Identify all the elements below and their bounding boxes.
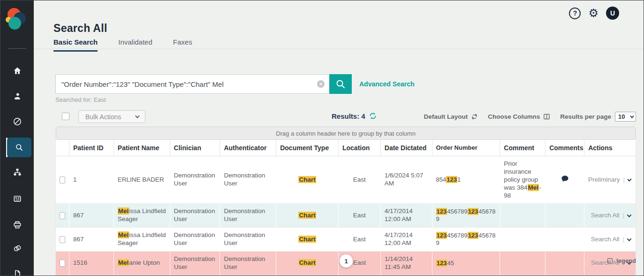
cell-location: East: [338, 204, 380, 227]
cell-patient-id: 1516: [69, 252, 114, 275]
results-toolbar: Bulk Actions Results: 4 Default Layout C…: [34, 109, 644, 123]
page-1-button[interactable]: 1: [340, 254, 353, 268]
cell-comment: [500, 228, 546, 251]
tab-basic-search[interactable]: Basic Search: [53, 38, 98, 52]
row-checkbox[interactable]: [60, 260, 65, 267]
chevron-down-icon: [135, 114, 140, 118]
column-header-authenticator[interactable]: Authenticator: [220, 140, 276, 156]
results-count: Results: 4: [332, 112, 365, 120]
cell-actions: Search All|: [584, 204, 636, 227]
choose-columns-button[interactable]: Choose Columns: [488, 113, 551, 121]
sidebar-item-search[interactable]: [7, 138, 31, 157]
fax-icon: [13, 194, 22, 203]
sidebar-item-patients[interactable]: [0, 86, 34, 106]
search-icon: [15, 143, 24, 152]
search-input[interactable]: [55, 74, 329, 94]
app-window: ? ⚙ U Search All Basic Search Invalidate…: [0, 0, 644, 276]
group-drop-zone[interactable]: Drag a column header here to group by th…: [56, 127, 636, 140]
logo-teal-circle: [8, 17, 21, 30]
chevron-down-icon: [630, 114, 634, 118]
sidebar-item-links[interactable]: [0, 238, 34, 258]
row-action-chevron-icon[interactable]: [627, 177, 631, 181]
tab-bar: Basic Search Invalidated Faxes: [53, 38, 192, 52]
help-icon[interactable]: ?: [569, 8, 581, 19]
column-header-clinician[interactable]: Clinician: [170, 140, 220, 156]
cell-location: East: [338, 156, 380, 203]
row-action-button[interactable]: Preliminary: [588, 176, 620, 184]
cell-authenticator: Demonstration User: [220, 228, 276, 251]
cell-comments: [545, 252, 584, 275]
app-logo[interactable]: [0, 6, 34, 39]
column-header-comment[interactable]: Comment: [500, 140, 545, 156]
cell-location: East: [338, 228, 380, 251]
action-separator: |: [623, 236, 624, 243]
search-button[interactable]: [329, 74, 352, 94]
row-action-chevron-icon[interactable]: [627, 213, 632, 217]
column-header-order-number[interactable]: Order Number: [432, 140, 500, 156]
default-layout-icon: [470, 113, 478, 121]
info-icon: [606, 257, 614, 264]
document-icon: [13, 269, 22, 276]
page-title: Search All: [53, 22, 107, 35]
column-header-document-type[interactable]: Document Type: [276, 140, 338, 156]
legend-button[interactable]: legend: [606, 257, 636, 264]
topbar-actions: ? ⚙ U: [569, 7, 619, 20]
results-table: Drag a column header here to group by th…: [55, 126, 636, 276]
patients-icon: [13, 92, 22, 101]
row-checkbox[interactable]: [60, 176, 65, 184]
cell-authenticator: Demonstration User: [220, 252, 276, 275]
cell-actions: Search All|: [584, 228, 636, 251]
column-header-comments[interactable]: Comments: [545, 140, 584, 156]
row-action-button[interactable]: Search All: [591, 212, 620, 220]
default-layout-button[interactable]: Default Layout: [424, 113, 478, 121]
header-divider: [34, 49, 644, 49]
row-action-chevron-icon[interactable]: [627, 237, 632, 241]
action-separator: |: [623, 212, 624, 219]
sidebar-item-sitemap[interactable]: [0, 162, 34, 182]
column-header-location[interactable]: Location: [338, 140, 380, 156]
cell-actions: Preliminary|: [584, 156, 636, 203]
column-header-patient-name[interactable]: Patient Name: [114, 140, 170, 156]
bulk-actions-dropdown[interactable]: Bulk Actions: [78, 110, 145, 123]
cell-comment: Prior insurance policy group was 384Mel-…: [500, 156, 545, 203]
action-separator: |: [623, 176, 625, 184]
comment-bubble-icon[interactable]: [561, 175, 569, 185]
sidebar-item-documents[interactable]: [0, 264, 34, 276]
sidebar-item-compose[interactable]: [0, 112, 34, 131]
sidebar-item-print[interactable]: [0, 215, 34, 235]
user-avatar[interactable]: U: [606, 7, 619, 20]
tab-faxes[interactable]: Faxes: [173, 38, 192, 52]
cell-comment: [500, 204, 546, 227]
row-action-button[interactable]: Search All: [591, 236, 620, 244]
row-checkbox[interactable]: [60, 236, 65, 243]
cell-authenticator: Demonstration User: [220, 156, 276, 203]
main-content: Search All Basic Search Invalidated Faxe…: [34, 0, 644, 276]
select-all-checkbox[interactable]: [62, 113, 69, 120]
column-header-actions[interactable]: Actions: [584, 140, 636, 156]
cell-document-type: Chart: [276, 252, 338, 275]
row-checkbox[interactable]: [60, 212, 65, 219]
cell-clinician: Demonstration User: [170, 252, 220, 275]
tab-invalidated[interactable]: Invalidated: [118, 38, 152, 52]
cell-clinician: Demonstration User: [170, 204, 220, 227]
cell-authenticator: Demonstration User: [220, 204, 276, 227]
cell-document-type: Chart: [276, 156, 338, 203]
cell-patient-id: 1: [69, 156, 114, 203]
refresh-icon[interactable]: [369, 112, 377, 120]
sidebar-divider: [8, 48, 26, 49]
column-header-date-dictated[interactable]: Date Dictated: [380, 140, 432, 156]
results-per-page-select[interactable]: 10: [615, 112, 636, 122]
sidebar-item-fax[interactable]: [0, 189, 34, 208]
clear-search-icon[interactable]: ✕: [317, 80, 325, 88]
sidebar: [0, 0, 34, 276]
search-bar: ✕ Advanced Search: [55, 74, 415, 94]
cell-select: [56, 204, 69, 227]
settings-gear-icon[interactable]: ⚙: [588, 8, 599, 19]
cell-order-number: 123456789123456789: [432, 228, 500, 251]
searched-for-text: Searched for: East: [55, 96, 106, 103]
advanced-search-link[interactable]: Advanced Search: [359, 80, 415, 88]
cell-document-type: Chart: [276, 228, 338, 251]
column-header-patient-id[interactable]: Patient ID: [69, 140, 114, 156]
sidebar-item-home[interactable]: [0, 61, 34, 81]
cell-order-number: 8541231: [432, 156, 500, 203]
